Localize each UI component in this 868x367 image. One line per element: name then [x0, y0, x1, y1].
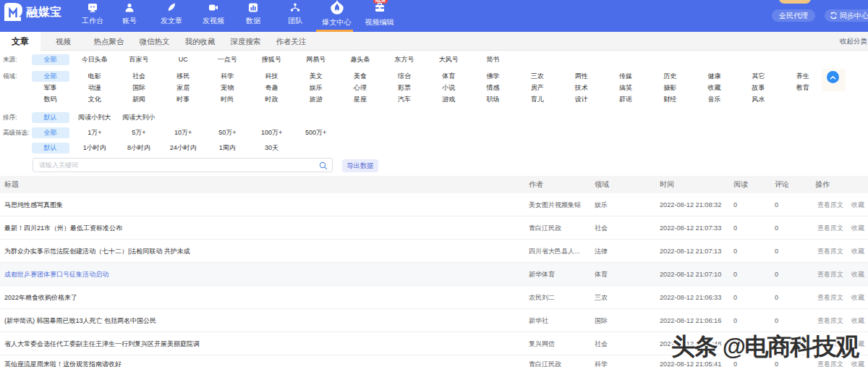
svg-text:头条 @电商科技观: 头条 @电商科技观 — [671, 333, 859, 360]
